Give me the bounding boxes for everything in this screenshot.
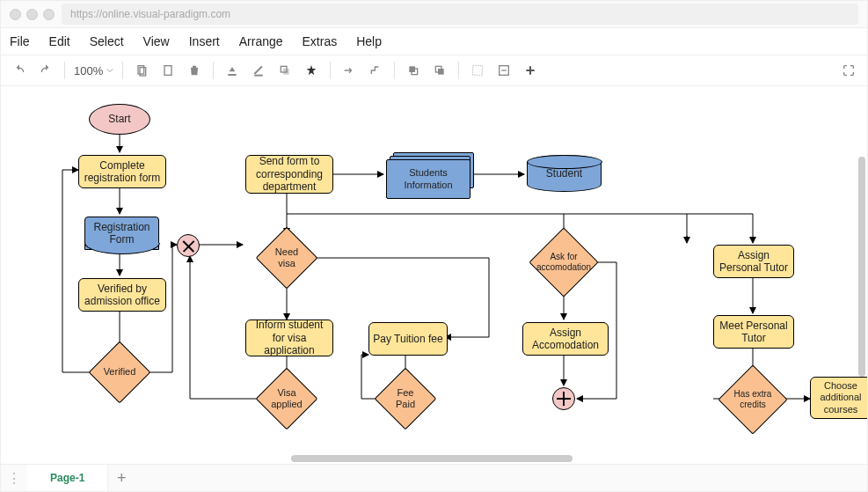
footer: ⋮ Page-1 + [1,464,867,491]
copy-button[interactable] [132,61,151,80]
line-color-button[interactable] [249,61,268,80]
node-students-info[interactable]: Students Information [386,152,465,193]
menu-help[interactable]: Help [356,34,382,48]
min-dot[interactable] [26,9,38,20]
undo-button[interactable] [10,61,29,80]
node-inform-visa[interactable]: Inform student for visa application [245,319,333,356]
add-button[interactable] [521,61,540,80]
menu-extras[interactable]: Extras [303,34,338,48]
node-ask-accom[interactable]: Ask for accomodation [539,238,588,287]
redo-button[interactable] [36,61,55,80]
node-meet-tutor[interactable]: Meet Personal Tutor [713,315,794,349]
fill-color-button[interactable] [222,61,242,80]
add-page-button[interactable]: + [108,469,135,488]
node-need-visa[interactable]: Need visa [265,236,309,280]
vertical-scrollbar[interactable] [858,157,865,377]
menu-view[interactable]: View [143,34,170,48]
diagram-canvas[interactable]: Start Complete registration form Registr… [1,86,867,464]
to-back-button[interactable] [430,61,449,80]
svg-rect-3 [229,74,237,76]
connection-button[interactable] [339,61,359,80]
node-start[interactable]: Start [89,104,150,135]
fullscreen-button[interactable] [839,61,858,80]
page-tab-1[interactable]: Page-1 [27,465,108,491]
menu-insert[interactable]: Insert [189,34,220,48]
svg-rect-7 [410,66,416,72]
node-assign-tutor[interactable]: Assign Personal Tutor [713,245,794,278]
url-bar[interactable]: https://online.visual-paradigm.com [62,4,858,25]
page-menu-icon[interactable]: ⋮ [1,470,27,487]
svg-rect-4 [255,75,263,77]
svg-rect-6 [283,69,289,75]
node-choose-courses[interactable]: Choose additional courses [810,377,867,419]
grid-button[interactable] [468,61,487,80]
node-registration-form[interactable]: Registration Form [84,217,159,250]
menu-edit[interactable]: Edit [49,34,70,48]
zoom-select[interactable]: 100% [74,64,113,77]
node-visa-applied[interactable]: Visa applied [265,377,309,421]
toolbar: 100% [1,55,867,86]
menu-arrange[interactable]: Arrange [239,34,283,48]
paste-button[interactable] [158,61,178,80]
node-verified-by[interactable]: Verified by admission office [78,278,166,312]
menu-select[interactable]: Select [90,34,124,48]
svg-rect-9 [438,69,444,75]
app-window: https://online.visual-paradigm.com File … [0,0,868,492]
menubar: File Edit Select View Insert Arrange Ext… [1,28,867,55]
node-student[interactable]: Student [527,155,602,192]
node-complete-registration[interactable]: Complete registration form [78,155,166,188]
node-x-gateway[interactable] [177,234,200,257]
style-button[interactable] [302,61,321,80]
fit-button[interactable] [494,61,514,80]
svg-rect-2 [164,66,171,76]
horizontal-scrollbar[interactable] [291,455,573,462]
svg-rect-11 [473,66,483,76]
close-dot[interactable] [10,9,21,20]
node-fee-paid[interactable]: Fee Paid [383,377,427,421]
node-pay-tuition[interactable]: Pay Tuition fee [368,322,448,356]
node-extra-credits[interactable]: Has extra credits [728,375,777,424]
node-send-form[interactable]: Send form to corresponding department [245,155,333,194]
waypoint-button[interactable] [366,61,385,80]
titlebar: https://online.visual-paradigm.com [1,1,867,28]
menu-file[interactable]: File [10,34,30,48]
shadow-button[interactable] [275,61,295,80]
node-assign-accom[interactable]: Assign Accomodation [522,322,609,356]
node-verified[interactable]: Verified [98,350,142,394]
delete-button[interactable] [185,61,204,80]
to-front-button[interactable] [404,61,423,80]
max-dot[interactable] [43,9,55,20]
node-plus-gateway[interactable] [552,387,575,410]
traffic-lights [10,9,55,20]
